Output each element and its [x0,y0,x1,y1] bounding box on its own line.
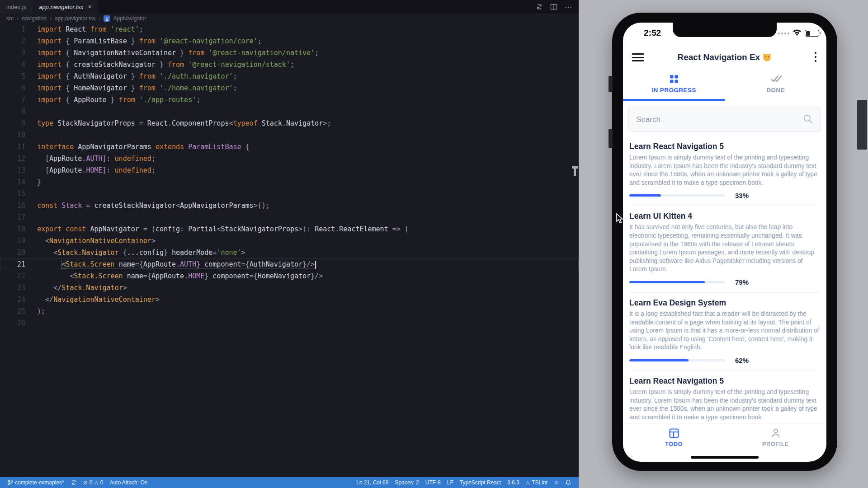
code-line[interactable]: 3import { NavigationNativeContainer } fr… [0,47,579,59]
auto-attach-status[interactable]: Auto Attach: On [106,477,151,488]
git-branch-status[interactable]: complete-exmaples* [5,477,67,488]
code-lines: 1import React from 'react';2import { Par… [0,23,579,329]
breadcrumb-item-navigation[interactable]: navigation [22,15,47,22]
close-tab-icon[interactable]: × [88,3,92,10]
problems-status[interactable]: ⊘ 0 △ 0 [80,477,107,488]
layout-todo-icon [669,428,679,439]
progress-bar-fill [629,359,689,361]
line-number: 14 [0,176,25,188]
home-indicator[interactable] [691,456,759,459]
tab-label: index.js [6,4,26,10]
status-bar: complete-exmaples* ⊘ 0 △ 0 Auto Attach: … [0,477,579,488]
line-number: 23 [0,282,25,294]
code-line[interactable]: 22 <Stack.Screen name={AppRoute.HOME} co… [0,270,579,282]
encoding-setting[interactable]: UTF-8 [422,479,444,486]
language-mode[interactable]: TypeScript React [457,479,504,486]
search-icon [802,113,813,126]
bottom-tab-label: PROFILE [725,441,826,447]
cat-emoji-icon [762,52,772,62]
progress-bar-fill [629,281,705,283]
line-number: 3 [0,47,25,59]
phone-screen: 2:52 React Navigation Ex IN PROGRESS [623,23,826,462]
cursor-position[interactable]: Ln 21, Col 69 [353,479,392,486]
clock-label: 2:52 [644,28,661,38]
more-actions-icon[interactable]: ⋯ [565,3,572,11]
line-number: 4 [0,59,25,70]
code-line[interactable]: 2import { ParamListBase } from '@react-n… [0,35,579,47]
bottom-tab-profile[interactable]: PROFILE [725,423,826,457]
wifi-icon [793,29,802,38]
breadcrumb-item-src[interactable]: src [6,15,14,22]
ts-version[interactable]: 3.6.3 [504,479,523,486]
bottom-tab-todo[interactable]: TODO [623,423,725,457]
window-scrollbar-thumb[interactable] [857,100,867,150]
mouse-cursor [616,213,626,226]
code-line[interactable]: 9type StackNavigatorProps = React.Compon… [0,117,579,129]
tab-label: IN PROGRESS [623,87,725,94]
todo-list: Learn React Navigation 5 Lorem Ipsum is … [629,136,820,423]
tslint-status[interactable]: △ TSLint [523,479,551,486]
todo-description: It is a long established fact that a rea… [629,310,820,352]
line-number: 6 [0,82,25,94]
notifications-bell-icon[interactable] [562,479,574,486]
code-line[interactable]: 5import { AuthNavigator } from './auth.n… [0,70,579,82]
code-line[interactable]: 8 [0,106,579,117]
tslint-warning-icon: △ [526,479,530,486]
code-line[interactable]: 17 [0,211,579,223]
open-changes-icon[interactable] [536,3,543,10]
split-editor-icon[interactable] [550,3,557,10]
breadcrumb-separator: › [50,15,52,22]
feedback-smiley-icon[interactable]: ☺ [551,479,562,486]
todo-item[interactable]: Learn Eva Design System It is a long est… [629,293,820,371]
code-line[interactable]: 10 [0,129,579,141]
todo-progress-row: 33% [629,192,820,199]
breadcrumb-separator: › [99,15,100,22]
code-line[interactable]: 15 [0,188,579,200]
code-line[interactable]: 18export const AppNavigator = (config: P… [0,223,579,235]
code-line[interactable]: 7import { AppRoute } from './app-routes'… [0,94,579,106]
todo-item[interactable]: Learn React Navigation 5 Lorem Ipsum is … [629,136,820,206]
eol-setting[interactable]: LF [444,479,457,486]
breadcrumb-item-file[interactable]: app.navigator.tsx [55,15,96,22]
todo-title: Learn Eva Design System [629,298,820,308]
code-line[interactable]: 13 [AppRoute.HOME]: undefined; [0,164,579,176]
breadcrumb-item-symbol[interactable]: AppNavigator [113,15,146,22]
code-line[interactable]: 24 </NavigationNativeContainer> [0,294,579,305]
code-line[interactable]: 26 [0,317,579,329]
todo-item[interactable]: Learn UI Kitten 4 It has survived not on… [629,206,820,293]
todo-item[interactable]: Learn React Navigation 5 Lorem Ipsum is … [629,371,820,423]
code-line[interactable]: 4import { createStackNavigator } from '@… [0,59,579,70]
editor-tab-bar: index.js app.navigator.tsx × ⋯ [0,0,579,14]
code-line[interactable]: 12 [AppRoute.AUTH]: undefined; [0,153,579,164]
code-line[interactable]: 19 <NavigationNativeContainer> [0,235,579,247]
code-line[interactable]: 14} [0,176,579,188]
search-input[interactable]: Search [628,108,821,132]
code-line[interactable]: 23 </Stack.Navigator> [0,282,579,294]
code-line[interactable]: 21 <Stack.Screen name={AppRoute.AUTH} co… [0,258,579,270]
line-number: 26 [0,317,25,329]
indentation-setting[interactable]: Spaces: 2 [392,479,422,486]
more-options-kebab-icon[interactable] [815,52,816,64]
line-number: 15 [0,188,25,200]
line-number: 11 [0,141,25,153]
line-number: 13 [0,164,25,176]
tab-app-navigator-tsx[interactable]: app.navigator.tsx × [33,0,98,14]
code-line[interactable]: 20 <Stack.Navigator {...config} headerMo… [0,247,579,258]
tab-in-progress[interactable]: IN PROGRESS [623,69,725,101]
todo-title: Learn React Navigation 5 [629,376,820,386]
tab-done[interactable]: DONE [725,69,826,101]
tab-index-js[interactable]: index.js [0,0,33,14]
sync-status[interactable] [67,477,80,488]
code-line[interactable]: 6import { HomeNavigator } from './home.n… [0,82,579,94]
line-number: 5 [0,70,25,82]
line-number: 20 [0,247,25,258]
code-line[interactable]: 1import React from 'react'; [0,23,579,35]
warnings-icon: △ [94,479,98,486]
code-line[interactable]: 11interface AppNavigatorParams extends P… [0,141,579,153]
progress-percent-label: 33% [735,192,749,199]
battery-icon [805,30,819,37]
code-editor[interactable]: 1import React from 'react';2import { Par… [0,23,579,477]
code-line[interactable]: 16const Stack = createStackNavigator<App… [0,200,579,211]
code-line[interactable]: 25); [0,305,579,317]
phone-status-bar: 2:52 [623,26,826,40]
